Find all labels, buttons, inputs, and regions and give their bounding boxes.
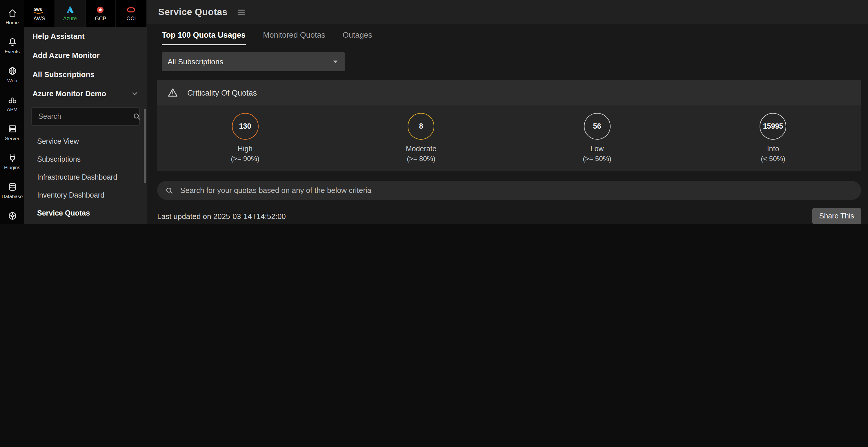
quota-search-input[interactable]	[179, 185, 853, 195]
provider-tab-azure[interactable]: Azure	[55, 0, 86, 27]
account-name: Azure Monitor Demo	[32, 89, 106, 98]
database-icon	[7, 182, 17, 192]
tab-outages[interactable]: Outages	[343, 31, 372, 45]
rail-item-label: Server	[5, 136, 20, 141]
gcp-logo	[96, 5, 105, 14]
main-header: Service Quotas	[147, 0, 868, 24]
sidebar-item-add-azure-monitor[interactable]: Add Azure Monitor	[24, 46, 147, 65]
rail-item-label: K8s	[8, 222, 16, 224]
rail-item-events[interactable]: Events	[0, 31, 24, 60]
chevron-down-icon	[131, 90, 138, 97]
criticality-stats: 130High(>= 90%)8Moderate(>= 80%)56Low(>=…	[157, 105, 861, 171]
sidebar-item-inventory-dashboard[interactable]: Inventory Dashboard	[24, 186, 147, 204]
rail-item-label: Database	[2, 194, 23, 199]
criticality-panel-header: Criticality Of Quotas	[157, 80, 861, 105]
tab-monitored-quotas[interactable]: Monitored Quotas	[263, 31, 325, 45]
panel-title: Criticality Of Quotas	[187, 89, 257, 97]
sidebar-item-management-actions[interactable]: Management Actions	[24, 222, 147, 224]
stat-circle: 8	[408, 113, 435, 140]
provider-tab-label: Azure	[63, 15, 77, 22]
azure-logo	[65, 5, 74, 14]
share-this-button[interactable]: Share This	[812, 208, 861, 224]
sidebar-menu: Service ViewSubscriptionsInfrastructure …	[24, 130, 147, 224]
sidebar-item-label: Add Azure Monitor	[32, 51, 100, 60]
server-icon	[7, 124, 17, 134]
sidebar-item-service-quotas[interactable]: Service Quotas	[24, 204, 147, 222]
sidebar: awsAWSAzureGCPOCI Help Assistant Add Azu…	[24, 0, 147, 224]
status-bar: Last updated on 2025-03-14T14:52:00 Shar…	[157, 208, 861, 224]
provider-tab-label: OCI	[126, 15, 136, 22]
stat-label: Info	[767, 145, 779, 153]
stat-label: Moderate	[406, 145, 437, 153]
sidebar-scrollbar[interactable]	[144, 109, 146, 183]
criticality-stat-moderate: 8Moderate(>= 80%)	[406, 113, 437, 163]
last-updated-text: Last updated on 2025-03-14T14:52:00	[157, 212, 286, 220]
sidebar-item-all-subscriptions[interactable]: All Subscriptions	[24, 65, 147, 84]
main-tabs: Top 100 Quota Usages Monitored Quotas Ou…	[147, 24, 868, 45]
plugins-icon	[7, 153, 17, 163]
subscription-dropdown[interactable]: All Subscriptions	[162, 52, 345, 71]
rail-item-label: Home	[5, 20, 19, 26]
sidebar-search[interactable]	[31, 107, 140, 126]
rail-item-plugins[interactable]: Plugins	[0, 147, 24, 176]
sidebar-search-input[interactable]	[37, 112, 133, 121]
sidebar-item-help-assistant[interactable]: Help Assistant	[24, 27, 147, 46]
left-rail: HomeEventsWebAPMServerPluginsDatabaseK8s…	[0, 0, 24, 224]
rail-item-label: Web	[7, 78, 18, 83]
criticality-panel: Criticality Of Quotas 130High(>= 90%)8Mo…	[157, 80, 861, 171]
provider-tab-label: AWS	[34, 15, 45, 21]
stat-sublabel: (< 50%)	[761, 155, 785, 163]
stat-circle: 130	[231, 113, 258, 140]
events-icon	[7, 37, 17, 47]
provider-tab-gcp[interactable]: GCP	[86, 0, 116, 27]
rail-item-server[interactable]: Server	[0, 118, 24, 147]
k8s-icon	[7, 211, 17, 221]
tab-top-100-quota-usages[interactable]: Top 100 Quota Usages	[162, 31, 246, 45]
sidebar-item-label: Help Assistant	[32, 32, 85, 40]
sidebar-account-selector[interactable]: Azure Monitor Demo	[24, 84, 147, 103]
provider-tab-aws[interactable]: awsAWS	[24, 0, 55, 27]
home-icon	[7, 8, 17, 18]
criticality-stat-info: 15995Info(< 50%)	[760, 113, 786, 163]
stat-sublabel: (>= 80%)	[407, 155, 435, 163]
main-content: Service Quotas Top 100 Quota Usages Moni…	[147, 0, 868, 224]
provider-tab-oci[interactable]: OCI	[116, 0, 147, 27]
rail-item-apm[interactable]: APM	[0, 89, 24, 118]
rail-item-k8s[interactable]: K8s	[0, 205, 24, 224]
search-icon	[165, 186, 174, 195]
sidebar-item-service-view[interactable]: Service View	[24, 132, 147, 150]
aws-logo: aws	[32, 5, 46, 14]
stat-sublabel: (>= 50%)	[583, 155, 612, 163]
web-icon	[7, 66, 17, 76]
oci-logo	[126, 5, 136, 14]
app-window: HomeEventsWebAPMServerPluginsDatabaseK8s…	[0, 0, 868, 224]
provider-tab-label: GCP	[95, 15, 106, 22]
search-icon	[133, 112, 141, 121]
rail-item-label: Plugins	[4, 165, 20, 170]
stat-circle: 56	[584, 113, 610, 140]
sidebar-item-label: All Subscriptions	[32, 70, 94, 79]
rail-item-home[interactable]: Home	[0, 2, 24, 31]
quota-search[interactable]	[157, 181, 861, 200]
sidebar-item-infrastructure-dashboard[interactable]: Infrastructure Dashboard	[24, 168, 147, 186]
rail-item-database[interactable]: Database	[0, 176, 24, 205]
subscription-dropdown-value: All Subscriptions	[167, 57, 223, 66]
criticality-stat-low: 56Low(>= 50%)	[583, 113, 612, 163]
rail-item-label: APM	[7, 107, 18, 112]
menu-icon[interactable]	[237, 7, 246, 17]
stat-label: Low	[591, 145, 604, 153]
rail-item-web[interactable]: Web	[0, 60, 24, 89]
sidebar-item-subscriptions[interactable]: Subscriptions	[24, 150, 147, 168]
stat-sublabel: (>= 90%)	[231, 155, 259, 163]
provider-tabs: awsAWSAzureGCPOCI	[24, 0, 147, 27]
page-title: Service Quotas	[158, 7, 227, 18]
criticality-stat-high: 130High(>= 90%)	[231, 113, 259, 163]
chevron-down-icon	[332, 58, 339, 66]
warning-icon	[167, 88, 178, 98]
stat-label: High	[238, 145, 252, 153]
apm-icon	[7, 95, 17, 105]
rail-item-label: Events	[5, 49, 20, 55]
svg-text:aws: aws	[33, 7, 42, 11]
stat-circle: 15995	[760, 113, 786, 140]
